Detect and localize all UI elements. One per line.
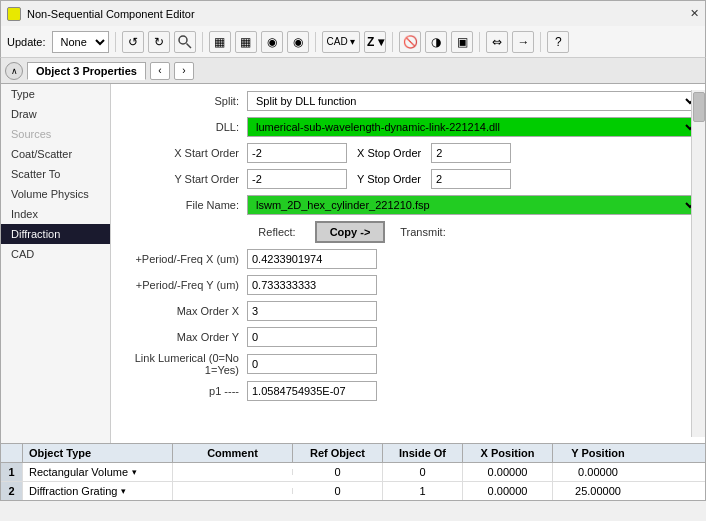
split-dropdown[interactable]: Split by DLL function [247,91,699,111]
update-dropdown[interactable]: None [52,31,109,53]
obj-type-1[interactable]: Rectangular Volume ▾ [29,466,166,478]
row-2-ypos[interactable]: 25.00000 [553,482,643,500]
row-num-1: 1 [1,463,23,481]
link-lumerical-input[interactable]: 0 [247,354,377,374]
row-2-dropdown-icon[interactable]: ▾ [121,486,126,496]
period-x-field: 0.4233901974 [247,249,699,269]
x-order-row: X Start Order -2 X Stop Order 2 [117,142,699,164]
p1-input[interactable]: 1.0584754935E-07 [247,381,377,401]
max-order-x-input[interactable]: 3 [247,301,377,321]
arrow-right-button[interactable]: → [512,31,534,53]
split-field: Split by DLL function [247,91,699,111]
dll-dropdown[interactable]: lumerical-sub-wavelength-dynamic-link-22… [247,117,699,137]
link-lumerical-label: Link Lumerical (0=No 1=Yes) [117,352,247,376]
y-order-row: Y Start Order -2 Y Stop Order 2 [117,168,699,190]
row-1-inside[interactable]: 0 [383,463,463,481]
tab-bar: ∧ Object 3 Properties ‹ › [0,58,706,84]
table-row: 2 Diffraction Grating ▾ 0 1 0.00000 25.0… [1,482,705,500]
sidebar-item-index[interactable]: Index [1,204,110,224]
table-row: 1 Rectangular Volume ▾ 0 0 0.00000 0.000… [1,463,705,482]
cad-button[interactable]: CAD ▾ [322,31,361,53]
table-header: Object Type Comment Ref Object Inside Of… [1,444,705,463]
max-order-x-label: Max Order X [117,305,247,317]
row-2-inside[interactable]: 1 [383,482,463,500]
max-order-y-input[interactable]: 0 [247,327,377,347]
row-1-type[interactable]: Rectangular Volume ▾ [23,463,173,481]
properties-panel: Split: Split by DLL function DLL: lumeri… [111,84,705,443]
tab-next-button[interactable]: › [174,62,194,80]
filename-dropdown[interactable]: lswm_2D_hex_cylinder_221210.fsp [247,195,699,215]
window-title: Non-Sequential Component Editor [27,8,684,20]
circle2-button[interactable]: ◉ [287,31,309,53]
tab-prev-button[interactable]: ‹ [150,62,170,80]
toolbar: Update: None ↺ ↻ ▦ ▦ ◉ ◉ CAD ▾ Z ▾ 🚫 ◑ ▣… [0,26,706,58]
row-2-type[interactable]: Diffraction Grating ▾ [23,482,173,500]
sidebar-item-draw[interactable]: Draw [1,104,110,124]
sidebar-item-coat-scatter[interactable]: Coat/Scatter [1,144,110,164]
p1-field: 1.0584754935E-07 [247,381,699,401]
row-1-xpos[interactable]: 0.00000 [463,463,553,481]
half-circle-button[interactable]: ◑ [425,31,447,53]
p1-row: p1 ---- 1.0584754935E-07 [117,380,699,402]
x-start-input[interactable]: -2 [247,143,347,163]
y-start-label: Y Start Order [117,173,247,185]
svg-line-1 [186,43,191,48]
copy-button[interactable]: Copy -> [315,221,385,243]
row-2-xpos[interactable]: 0.00000 [463,482,553,500]
scrollbar[interactable] [691,90,705,437]
obj-type-2[interactable]: Diffraction Grating ▾ [29,485,166,497]
sidebar-item-sources[interactable]: Sources [1,124,110,144]
grid2-button[interactable]: ▦ [235,31,257,53]
row-1-dropdown-icon[interactable]: ▾ [132,467,137,477]
th-inside-of: Inside Of [383,444,463,462]
sidebar-item-type[interactable]: Type [1,84,110,104]
row-1-ref[interactable]: 0 [293,463,383,481]
close-button[interactable]: ✕ [690,7,699,20]
y-start-input[interactable]: -2 [247,169,347,189]
y-stop-input[interactable]: 2 [431,169,511,189]
row-2-ref[interactable]: 0 [293,482,383,500]
y-order-field: -2 Y Stop Order 2 [247,169,699,189]
row-1-comment[interactable] [173,469,293,475]
max-order-y-label: Max Order Y [117,331,247,343]
help-button[interactable]: ? [547,31,569,53]
link-lumerical-field: 0 [247,354,699,374]
sidebar-item-cad[interactable]: CAD [1,244,110,264]
period-y-input[interactable]: 0.733333333 [247,275,377,295]
toolbar-sep6 [540,32,541,52]
max-order-x-row: Max Order X 3 [117,300,699,322]
refresh-all-button[interactable]: ↻ [148,31,170,53]
bottom-table: Object Type Comment Ref Object Inside Of… [0,444,706,501]
sidebar-item-scatter-to[interactable]: Scatter To [1,164,110,184]
toolbar-sep2 [202,32,203,52]
filename-label: File Name: [117,199,247,211]
x-order-field: -2 X Stop Order 2 [247,143,699,163]
collapse-button[interactable]: ∧ [5,62,23,80]
toolbar-sep3 [315,32,316,52]
th-object-type: Object Type [23,444,173,462]
stop-button[interactable]: 🚫 [399,31,421,53]
arrows-button[interactable]: ⇔ [486,31,508,53]
x-stop-input[interactable]: 2 [431,143,511,163]
reflect-label: Reflect: [247,226,307,238]
period-x-input[interactable]: 0.4233901974 [247,249,377,269]
z-button[interactable]: Z ▾ [364,31,386,53]
zoom-button[interactable] [174,31,196,53]
row-1-ypos[interactable]: 0.00000 [553,463,643,481]
period-y-field: 0.733333333 [247,275,699,295]
sidebar-item-diffraction[interactable]: Diffraction [1,224,110,244]
tab-object-properties[interactable]: Object 3 Properties [27,62,146,80]
square-button[interactable]: ▣ [451,31,473,53]
row-2-type-label: Diffraction Grating [29,485,117,497]
scrollbar-thumb[interactable] [693,92,705,122]
circle-button[interactable]: ◉ [261,31,283,53]
x-stop-label: X Stop Order [357,147,421,159]
sidebar-item-volume-physics[interactable]: Volume Physics [1,184,110,204]
period-y-row: +Period/-Freq Y (um) 0.733333333 [117,274,699,296]
period-x-row: +Period/-Freq X (um) 0.4233901974 [117,248,699,270]
max-order-y-field: 0 [247,327,699,347]
row-2-comment[interactable] [173,488,293,494]
grid-button[interactable]: ▦ [209,31,231,53]
refresh-button[interactable]: ↺ [122,31,144,53]
period-x-label: +Period/-Freq X (um) [117,253,247,265]
